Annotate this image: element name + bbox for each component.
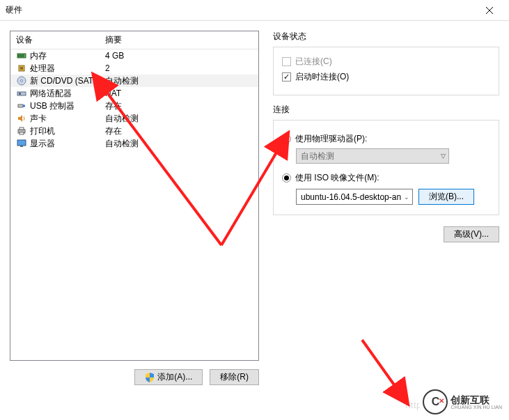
svg-rect-12: [18, 104, 23, 107]
cpu-icon: [16, 63, 27, 74]
iso-label: 使用 ISO 映像文件(M):: [295, 172, 379, 184]
display-icon: [16, 138, 27, 149]
close-icon[interactable]: [476, 1, 503, 20]
device-name: USB 控制器: [30, 100, 105, 112]
brand-logo-icon: C✕: [423, 389, 448, 414]
device-summary: 存在: [105, 100, 258, 112]
device-row[interactable]: USB 控制器存在: [10, 100, 258, 112]
status-group-label: 设备状态: [273, 31, 499, 42]
svg-rect-4: [20, 54, 22, 57]
device-name: 声卡: [30, 113, 105, 125]
svg-rect-13: [23, 105, 25, 107]
device-summary: 自动检测: [105, 113, 258, 125]
iso-file-value: ubuntu-16.04.5-desktop-an: [301, 192, 401, 202]
device-row[interactable]: 打印机存在: [10, 125, 258, 137]
device-summary: 自动检测: [105, 138, 258, 150]
svg-rect-3: [18, 54, 19, 57]
disc-icon: [16, 75, 27, 86]
iso-radio[interactable]: [282, 173, 291, 182]
connect-group: 使用物理驱动器(P): 自动检测 ▽ 使用 ISO 映像文件(M): ubunt…: [273, 120, 499, 215]
device-row[interactable]: 新 CD/DVD (SAT...自动检测: [10, 75, 258, 87]
connect-poweron-checkbox[interactable]: [282, 72, 291, 81]
svg-rect-10: [17, 92, 26, 95]
memory-icon: [16, 50, 27, 61]
svg-rect-17: [17, 140, 26, 146]
sound-icon: [16, 113, 27, 124]
svg-rect-11: [19, 93, 21, 95]
column-summary[interactable]: 摘要: [105, 34, 258, 46]
shield-icon: [145, 373, 155, 382]
physical-drive-value: 自动检测: [301, 150, 334, 162]
device-row[interactable]: 显示器自动检测: [10, 137, 258, 150]
svg-rect-5: [22, 54, 24, 57]
device-name: 显示器: [30, 138, 105, 150]
column-device[interactable]: 设备: [16, 34, 105, 46]
chevron-down-icon: ▽: [441, 153, 446, 160]
status-group: 已连接(C) 启动时连接(O): [273, 47, 499, 95]
svg-point-9: [21, 80, 23, 82]
connect-group-label: 连接: [273, 104, 499, 116]
device-list-panel: 设备 摘要 内存4 GB处理器2新 CD/DVD (SAT...自动检测网络适配…: [10, 31, 259, 361]
device-name: 内存: [30, 50, 105, 62]
window-title: 硬件: [6, 4, 476, 16]
physical-drive-select: 自动检测 ▽: [296, 148, 449, 164]
iso-file-select[interactable]: ubuntu-16.04.5-desktop-an ⌄: [296, 189, 413, 205]
brand-logo-text: 创新互联: [451, 395, 502, 405]
physical-drive-label: 使用物理驱动器(P):: [295, 133, 367, 145]
printer-icon: [16, 125, 27, 137]
device-summary: 自动检测: [105, 75, 258, 87]
browse-button[interactable]: 浏览(B)...: [418, 189, 474, 205]
chevron-down-icon[interactable]: ⌄: [404, 194, 409, 201]
connected-checkbox: [282, 57, 291, 66]
device-row[interactable]: 网络适配器NAT: [10, 87, 258, 100]
device-summary: NAT: [105, 88, 258, 98]
device-summary: 2: [105, 63, 258, 73]
connect-poweron-label: 启动时连接(O): [295, 71, 349, 83]
device-row[interactable]: 处理器2: [10, 62, 258, 75]
device-list-header: 设备 摘要: [10, 31, 258, 49]
device-summary: 4 GB: [105, 51, 258, 61]
device-row[interactable]: 内存4 GB: [10, 49, 258, 62]
svg-rect-16: [19, 132, 24, 134]
physical-drive-radio[interactable]: [282, 134, 291, 143]
brand-logo-subtext: CHUANG XIN HU LIAN: [451, 405, 502, 410]
brand-logo: C✕ 创新互联 CHUANG XIN HU LIAN: [420, 388, 505, 416]
device-name: 打印机: [30, 125, 105, 137]
svg-rect-7: [20, 67, 23, 70]
device-row[interactable]: 声卡自动检测: [10, 112, 258, 125]
usb-icon: [16, 100, 27, 111]
device-summary: 存在: [105, 125, 258, 137]
device-name: 新 CD/DVD (SAT...: [30, 75, 105, 87]
add-button[interactable]: 添加(A)...: [134, 369, 203, 385]
device-name: 网络适配器: [30, 88, 105, 100]
remove-button[interactable]: 移除(R): [210, 369, 259, 385]
add-button-label: 添加(A)...: [157, 371, 192, 383]
connected-label: 已连接(C): [295, 56, 332, 68]
svg-rect-18: [20, 146, 23, 147]
svg-rect-15: [19, 127, 24, 130]
advanced-button[interactable]: 高级(V)...: [444, 226, 499, 242]
nic-icon: [16, 88, 27, 99]
device-name: 处理器: [30, 63, 105, 75]
